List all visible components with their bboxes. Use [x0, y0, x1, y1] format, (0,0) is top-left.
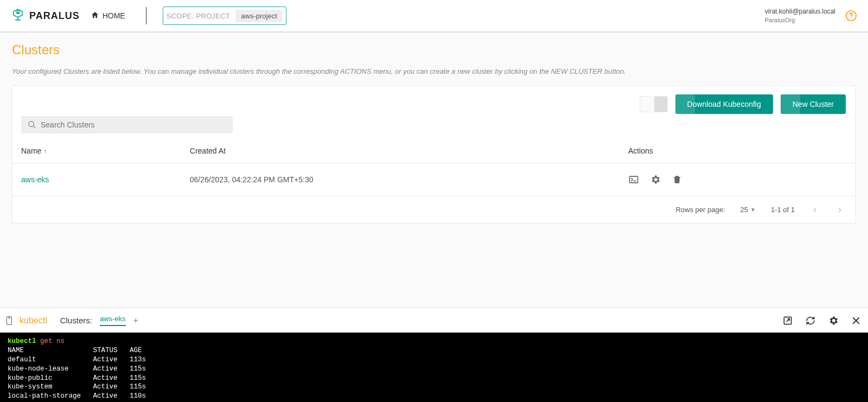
- add-tab-button[interactable]: +: [133, 316, 138, 326]
- close-icon[interactable]: [851, 315, 861, 326]
- kubectl-toolbar: kubectl Clusters: aws-eks +: [0, 308, 868, 333]
- table-row: aws-eks 06/26/2023, 04:22:24 PM GMT+5:30: [12, 163, 856, 196]
- user-menu[interactable]: virat.kohli@paralus.local ParalusOrg: [765, 8, 835, 24]
- new-cluster-button[interactable]: New Cluster: [781, 94, 846, 114]
- clusters-tab-label: Clusters:: [60, 316, 92, 325]
- svg-point-1: [851, 18, 852, 19]
- scope-value: aws-project: [235, 10, 282, 22]
- home-icon: [91, 11, 99, 21]
- user-org: ParalusOrg: [765, 16, 835, 24]
- svg-point-2: [29, 122, 34, 126]
- col-created-header[interactable]: Created At: [181, 139, 620, 163]
- cluster-created-at: 06/26/2023, 04:22:24 PM GMT+5:30: [181, 163, 620, 196]
- pagination-range: 1-1 of 1: [771, 206, 795, 214]
- rows-per-page-label: Rows per page:: [675, 206, 725, 214]
- header-divider: [146, 7, 146, 24]
- search-box[interactable]: [21, 116, 233, 133]
- page-title: Clusters: [12, 42, 856, 58]
- brand-text: PARALUS: [29, 10, 80, 22]
- terminal-output[interactable]: kubectl get ns NAME STATUS AGE default A…: [0, 333, 868, 402]
- page-description: Your configured Clusters are listed belo…: [12, 67, 856, 75]
- terminal-icon[interactable]: [628, 174, 639, 185]
- user-email: virat.kohli@paralus.local: [765, 8, 835, 16]
- sort-asc-icon: ↑: [43, 148, 47, 155]
- view-toggle[interactable]: [640, 96, 668, 112]
- brand-logo: PARALUS: [11, 8, 80, 24]
- search-icon: [28, 120, 36, 129]
- gear-icon[interactable]: [828, 315, 839, 326]
- search-input[interactable]: [41, 120, 226, 129]
- download-kubeconfig-button[interactable]: Download Kubeconfig: [675, 94, 773, 114]
- kubectl-brand: kubectl: [20, 316, 47, 326]
- help-icon[interactable]: [845, 10, 857, 22]
- next-page-button[interactable]: ›: [835, 204, 845, 215]
- device-icon: [7, 316, 12, 325]
- col-name-header[interactable]: Name↑: [12, 139, 181, 163]
- main-content: Clusters Your configured Clusters are li…: [0, 33, 868, 308]
- nav-home[interactable]: HOME: [91, 11, 125, 21]
- settings-icon[interactable]: [650, 174, 661, 185]
- rows-per-page-select[interactable]: 25 ▼: [741, 206, 756, 214]
- col-actions-header: Actions: [620, 139, 856, 163]
- app-header: PARALUS HOME SCOPE: PROJECT aws-project …: [0, 0, 868, 33]
- cluster-name-link[interactable]: aws-eks: [21, 175, 49, 184]
- delete-icon[interactable]: [672, 174, 682, 185]
- paralus-logo-icon: [11, 8, 25, 24]
- nav-home-label: HOME: [103, 11, 125, 20]
- dropdown-caret-icon: ▼: [750, 207, 756, 213]
- open-external-icon[interactable]: [782, 315, 793, 326]
- prev-page-button[interactable]: ‹: [810, 204, 820, 215]
- svg-rect-3: [629, 176, 637, 183]
- refresh-icon[interactable]: [805, 315, 816, 326]
- cluster-tab-active[interactable]: aws-eks: [100, 315, 126, 326]
- scope-selector[interactable]: SCOPE: PROJECT aws-project: [163, 7, 286, 25]
- clusters-card: Download Kubeconfig New Cluster Name↑ Cr…: [12, 85, 856, 224]
- table-footer: Rows per page: 25 ▼ 1-1 of 1 ‹ ›: [12, 196, 856, 223]
- scope-label: SCOPE: PROJECT: [167, 12, 231, 20]
- clusters-table: Name↑ Created At Actions aws-eks 06/26/2…: [12, 139, 856, 196]
